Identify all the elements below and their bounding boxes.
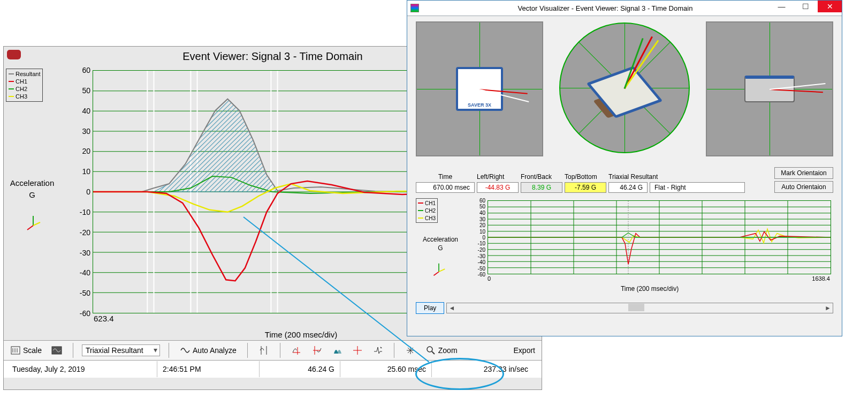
mini-x-label: Time (200 msec/div) (466, 285, 833, 292)
view-toggle-button[interactable] (49, 344, 64, 357)
ytick: -60 (80, 309, 90, 318)
event-viewer-title-text: Event Viewer: Signal 3 - Time Domain (182, 50, 362, 62)
close-button[interactable]: ✕ (818, 1, 842, 12)
ro-time-value: 670.00 msec (416, 182, 475, 193)
iso-view[interactable] (555, 21, 694, 154)
y-axis-unit: G (7, 190, 57, 199)
legend-ch2: CH2 (16, 86, 27, 92)
ytick: 50 (82, 86, 90, 95)
vv-play-row: Play ◄ ► (407, 300, 842, 318)
mini-x-start: 0 (488, 275, 491, 282)
auto-analyze-label: Auto Analyze (193, 346, 237, 355)
cursor-tool-3[interactable] (309, 344, 324, 357)
auto-analyze-button[interactable]: Auto Analyze (178, 344, 239, 357)
cursor-tool-5[interactable] (350, 344, 365, 357)
ytick: -10 (80, 208, 90, 216)
ro-tb-value: -7.59 G (565, 182, 606, 193)
mini-left: CH1 CH2 CH3 Acceleration G (416, 198, 466, 298)
vv-app-icon (410, 4, 419, 12)
ytick: 40 (82, 107, 90, 115)
play-button[interactable]: Play (416, 302, 444, 314)
cursor-tool-6[interactable] (370, 344, 385, 357)
event-viewer-left-pane: Resultant CH1 CH2 CH3 Acceleration G (4, 66, 60, 340)
cursor-tool-4[interactable] (330, 344, 345, 357)
valley-cursor-icon (311, 345, 322, 356)
svg-line-39 (432, 351, 435, 354)
sine-icon (180, 345, 191, 356)
magnifier-icon (425, 345, 436, 356)
scale-icon (10, 345, 21, 356)
ro-lr-value: -44.83 G (477, 182, 519, 193)
y-axis-label: Acceleration (7, 178, 57, 188)
top-view[interactable]: SAVER 3X (416, 21, 543, 156)
cursor-tool-1[interactable] (256, 344, 271, 357)
svg-line-1 (33, 222, 40, 226)
legend-resultant: Resultant (16, 71, 40, 77)
zoom-label: Zoom (438, 346, 458, 355)
scale-label: Scale (23, 346, 42, 355)
ytick: -40 (80, 268, 90, 277)
vv-mini-plot-row: CH1 CH2 CH3 Acceleration G 60 50 40 30 (407, 196, 842, 300)
svg-line-41 (439, 269, 445, 272)
ro-time-label: Time (416, 173, 475, 181)
scale-button[interactable]: Scale (8, 344, 44, 357)
ytick: 30 (82, 127, 90, 136)
svg-point-38 (427, 347, 432, 352)
separator (73, 343, 73, 358)
ro-lr-label: Left/Right (477, 173, 519, 181)
spark-icon (405, 345, 416, 356)
mini-legend: CH1 CH2 CH3 (416, 198, 438, 223)
status-velocity: 237.33 in/sec (432, 365, 534, 373)
scroll-right-icon[interactable]: ► (823, 304, 833, 312)
cursor-tool-7[interactable] (403, 344, 418, 357)
separator (169, 343, 169, 358)
side-view[interactable] (706, 21, 833, 156)
mini-ylabel: Acceleration (417, 236, 464, 243)
mini-yunit: G (417, 244, 464, 252)
sensor-iso-icon (586, 66, 663, 118)
status-time: 2:46:51 PM (157, 365, 259, 373)
vv-titlebar[interactable]: Vector Visualizer - Event Viewer: Signal… (407, 1, 842, 16)
cursor-tool-2[interactable] (289, 344, 304, 357)
scroll-left-icon[interactable]: ◄ (447, 304, 456, 312)
waveform-small-icon (51, 345, 62, 356)
status-bar: Tuesday, July 2, 2019 2:46:51 PM 46.24 G… (4, 360, 542, 378)
svg-line-42 (433, 272, 439, 275)
time-scrollbar[interactable]: ◄ ► (446, 303, 833, 313)
y-ticks: 60 50 40 30 20 10 0 -10 -20 -30 -40 -50 … (60, 70, 92, 313)
triaxial-icon (25, 215, 41, 231)
minimize-button[interactable]: — (770, 1, 794, 12)
vector-visualizer-window: Vector Visualizer - Event Viewer: Signal… (407, 0, 842, 336)
peak-cursor-icon (291, 345, 302, 356)
mini-plot-area[interactable]: 60 50 40 30 20 10 0 -10 -20 -30 -40 -50 … (466, 198, 833, 298)
separator (394, 343, 394, 358)
legend: Resultant CH1 CH2 CH3 (6, 69, 43, 102)
zoom-button[interactable]: Zoom (423, 344, 460, 357)
pulse-pick-icon (372, 345, 383, 356)
separator (247, 343, 248, 358)
ytick: -20 (80, 228, 90, 237)
x-axis-start: 623.4 (94, 314, 114, 323)
vv-readouts: Time 670.00 msec Left/Right -44.83 G Fro… (407, 165, 842, 196)
svg-rect-21 (11, 347, 20, 354)
maximize-button[interactable]: ☐ (794, 1, 818, 12)
status-peak: 46.24 G (260, 365, 340, 373)
analysis-combo[interactable]: Triaxial Resultant (82, 344, 160, 356)
status-date: Tuesday, July 2, 2019 (7, 365, 157, 373)
ytick: 10 (82, 167, 90, 176)
scroll-thumb[interactable] (628, 304, 644, 311)
ro-tr-label: Triaxial Resultant (608, 173, 745, 181)
crosshair-icon (352, 345, 363, 356)
mini-plot[interactable] (488, 200, 831, 274)
legend-ch3: CH3 (16, 93, 27, 100)
auto-orientation-button[interactable]: Auto Orientaion (774, 181, 833, 193)
export-button[interactable]: Export (512, 345, 537, 356)
ytick: 60 (82, 66, 90, 74)
ytick: 20 (82, 147, 90, 155)
ro-tb-label: Top/Bottom (565, 173, 606, 181)
cursor-brackets-icon (258, 345, 269, 356)
separator (280, 343, 280, 358)
svg-line-2 (27, 226, 33, 230)
mark-orientation-button[interactable]: Mark Orientaion (774, 167, 833, 179)
ro-tr-value: 46.24 G (608, 182, 648, 193)
